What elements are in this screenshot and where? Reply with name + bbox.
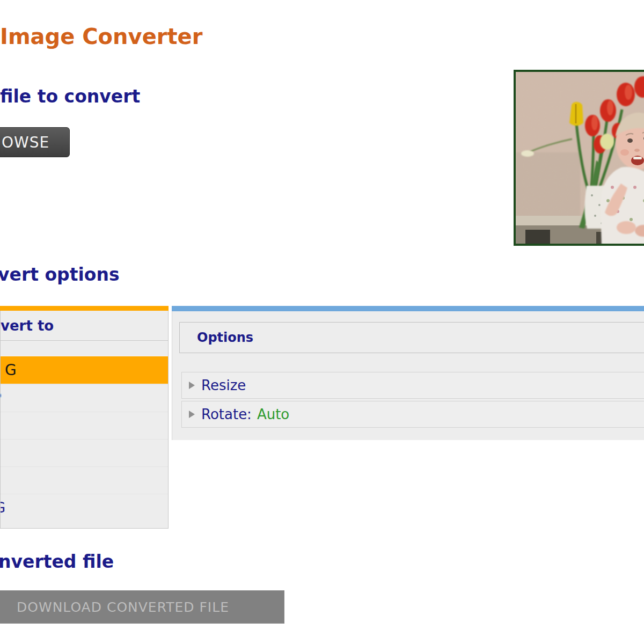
option-value: Auto — [257, 406, 289, 422]
convert-to-panel: vert to G P F G — [0, 306, 169, 529]
format-item-label: G — [5, 356, 17, 384]
format-item[interactable]: F — [1, 412, 168, 438]
divider — [1, 340, 168, 341]
option-label: Rotate: — [201, 406, 252, 422]
options-header: Options — [179, 322, 644, 353]
blue-accent-bar — [172, 306, 644, 311]
upload-section-heading: file to convert — [0, 86, 140, 107]
browse-button[interactable]: OWSE — [0, 127, 70, 157]
resize-option-row[interactable]: Resize — [181, 372, 644, 399]
format-item[interactable]: P — [1, 384, 168, 411]
converted-file-heading: nverted file — [0, 551, 114, 572]
expand-arrow-icon — [189, 411, 195, 418]
format-item-selected[interactable]: G — [1, 356, 168, 384]
download-converted-file-button[interactable]: DOWNLOAD CONVERTED FILE — [0, 590, 284, 624]
format-item-label: G — [1, 494, 5, 521]
convert-to-header: vert to — [1, 318, 54, 334]
preview-image — [514, 70, 644, 246]
format-item-label: P — [1, 385, 2, 411]
orange-accent-bar — [0, 306, 169, 311]
browse-button-label: OWSE — [2, 134, 49, 151]
format-item[interactable] — [1, 466, 168, 493]
page-title: Image Converter — [0, 24, 202, 49]
preview-photo-illustration — [516, 72, 644, 246]
format-item[interactable]: G — [1, 494, 168, 521]
options-panel-body: Options Resize Rotate: Auto — [172, 311, 644, 440]
download-button-label: DOWNLOAD CONVERTED FILE — [17, 599, 229, 615]
rotate-option-row[interactable]: Rotate: Auto — [181, 401, 644, 428]
convert-options-heading: vert options — [0, 264, 120, 285]
format-item[interactable] — [1, 439, 168, 466]
option-label: Resize — [201, 377, 246, 393]
options-panel: Options Resize Rotate: Auto — [172, 306, 644, 440]
convert-to-panel-body: vert to G P F G — [0, 311, 169, 529]
expand-arrow-icon — [189, 382, 195, 389]
